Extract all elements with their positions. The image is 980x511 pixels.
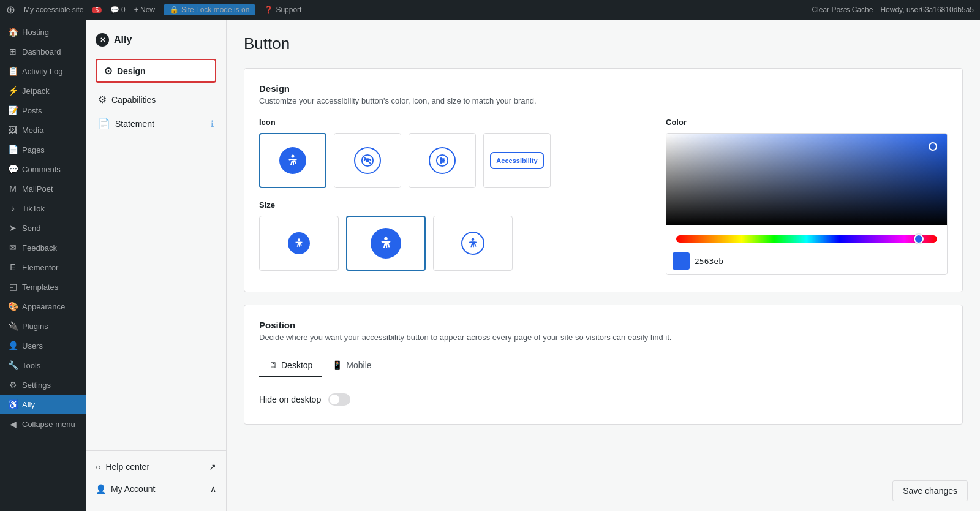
help-center-icon: ○	[96, 462, 100, 472]
svg-point-10	[298, 238, 300, 241]
color-hue-slider[interactable]	[676, 235, 937, 243]
capabilities-icon: ⚙	[98, 94, 107, 105]
icon-option-eye-cross[interactable]	[334, 133, 401, 188]
sidebar-item-hosting[interactable]: 🏠 Hosting	[0, 22, 86, 42]
jetpack-icon: ⚡	[7, 86, 18, 96]
clear-posts-cache-button[interactable]: Clear Posts Cache	[812, 6, 873, 14]
tab-desktop[interactable]: 🖥 Desktop	[259, 354, 322, 377]
svg-point-11	[384, 237, 387, 240]
sidebar-item-activity-log[interactable]: 📋 Activity Log	[0, 61, 86, 81]
support-link[interactable]: ❓ Support	[264, 6, 301, 14]
svg-point-12	[472, 238, 475, 241]
sidebar-item-jetpack[interactable]: ⚡ Jetpack	[0, 81, 86, 100]
wp-logo-icon: ⊕	[6, 3, 15, 17]
my-account-button[interactable]: 👤 My Account ∧	[86, 478, 226, 500]
sidebar-item-collapse[interactable]: ◀ Collapse menu	[0, 414, 86, 434]
ally-plugin-icon: ✕	[96, 33, 109, 47]
main-content: Button Design Customize your accessibili…	[227, 20, 980, 511]
site-lock-badge[interactable]: 🔒 Site Lock mode is on	[164, 4, 255, 15]
statement-info-icon[interactable]: ℹ	[211, 119, 214, 129]
sidebar-item-settings[interactable]: ⚙ Settings	[0, 375, 86, 395]
icon-option-accessibility[interactable]	[259, 133, 326, 188]
color-hue-knob[interactable]	[914, 234, 924, 244]
sidebar-item-comments[interactable]: 💬 Comments	[0, 159, 86, 179]
icon-option-sliders[interactable]	[409, 133, 476, 188]
users-icon: 👤	[7, 341, 18, 350]
size-option-small[interactable]	[259, 216, 339, 271]
media-icon: 🖼	[7, 125, 18, 135]
save-bar: Save changes	[880, 471, 980, 511]
size-option-medium[interactable]	[346, 216, 426, 271]
color-gradient-canvas[interactable]	[666, 134, 947, 225]
external-link-icon: ↗	[209, 462, 216, 472]
svg-point-9	[440, 161, 442, 163]
expand-icon: ∧	[210, 484, 216, 494]
color-hex-input[interactable]: 2563eb	[695, 257, 798, 266]
sub-panel-title: ✕ Ally	[86, 26, 226, 54]
pages-icon: 📄	[7, 145, 18, 154]
size-grid	[259, 216, 641, 271]
sidebar-item-users[interactable]: 👤 Users	[0, 336, 86, 355]
icon-option-text[interactable]: Accessibility	[483, 133, 551, 188]
sidebar-item-appearance[interactable]: 🎨 Appearance	[0, 297, 86, 316]
sub-panel: ✕ Ally ⊙ Design ⚙ Capabilities 📄 Stateme…	[86, 20, 227, 511]
elementor-icon: E	[7, 262, 18, 272]
sidebar-item-send[interactable]: ➤ Send	[0, 218, 86, 238]
dashboard-icon: ⊞	[7, 47, 18, 56]
hosting-icon: 🏠	[7, 27, 18, 37]
sidebar-item-posts[interactable]: 📝 Posts	[0, 100, 86, 120]
page-title: Button	[244, 34, 963, 53]
position-tabs: 🖥 Desktop 📱 Mobile	[259, 354, 948, 377]
sub-panel-item-capabilities[interactable]: ⚙ Capabilities	[86, 88, 226, 112]
save-changes-button[interactable]: Save changes	[892, 480, 968, 501]
design-icon: ⊙	[104, 65, 112, 77]
tab-mobile[interactable]: 📱 Mobile	[322, 354, 381, 377]
size-option-large[interactable]	[433, 216, 513, 271]
collapse-icon: ◀	[7, 419, 18, 429]
color-gradient-knob[interactable]	[929, 142, 937, 151]
sidebar-item-pages[interactable]: 📄 Pages	[0, 140, 86, 159]
sub-panel-item-statement[interactable]: 📄 Statement ℹ	[86, 112, 226, 135]
sidebar-item-templates[interactable]: ◱ Templates	[0, 277, 86, 297]
new-button[interactable]: + New	[134, 6, 155, 14]
sub-panel-item-design[interactable]: ⊙ Design	[96, 59, 216, 83]
sidebar-item-elementor[interactable]: E Elementor	[0, 257, 86, 277]
topbar: ⊕ My accessible site 5 💬 0 + New 🔒 Site …	[0, 0, 980, 20]
svg-point-0	[292, 155, 295, 158]
position-card-desc: Decide where you want your accessibility…	[259, 333, 948, 342]
tiktok-icon: ♪	[7, 203, 18, 213]
sidebar-item-tools[interactable]: 🔧 Tools	[0, 355, 86, 375]
sidebar-item-plugins[interactable]: 🔌 Plugins	[0, 316, 86, 336]
updates-badge[interactable]: 5	[92, 7, 102, 13]
send-icon: ➤	[7, 223, 18, 233]
lock-icon: 🔒	[170, 6, 179, 14]
hide-on-desktop-toggle[interactable]	[328, 393, 350, 406]
sidebar-item-mailpoet[interactable]: M MailPoet	[0, 179, 86, 199]
ally-icon: ♿	[7, 399, 18, 409]
sidebar-item-tiktok[interactable]: ♪ TikTok	[0, 199, 86, 218]
plugins-icon: 🔌	[7, 321, 18, 331]
activity-log-icon: 📋	[7, 66, 18, 76]
eye-cross-icon	[354, 147, 381, 174]
sidebar-item-feedback[interactable]: ✉ Feedback	[0, 238, 86, 257]
site-name[interactable]: My accessible site	[24, 6, 83, 14]
sidebar-item-dashboard[interactable]: ⊞ Dashboard	[0, 42, 86, 61]
position-card-title: Position	[259, 320, 948, 330]
hide-on-desktop-label: Hide on desktop	[259, 395, 321, 404]
design-card-title: Design	[259, 83, 948, 94]
color-picker[interactable]: 2563eb	[666, 133, 948, 275]
color-section-label: Color	[666, 118, 948, 127]
help-center-button[interactable]: ○ Help center ↗	[86, 456, 226, 478]
size-section-label: Size	[259, 200, 641, 210]
hide-on-desktop-row: Hide on desktop	[259, 390, 948, 409]
sidebar-item-ally[interactable]: ♿ Ally	[0, 395, 86, 414]
comments-icon[interactable]: 💬 0	[110, 6, 126, 14]
support-icon: ❓	[264, 6, 273, 14]
sidebar-item-media[interactable]: 🖼 Media	[0, 120, 86, 140]
mobile-icon: 📱	[332, 360, 342, 370]
color-swatch[interactable]	[673, 252, 690, 270]
icon-grid: Accessibility	[259, 133, 641, 188]
size-large-icon	[461, 232, 484, 255]
svg-point-8	[442, 160, 444, 162]
accessibility-text-icon: Accessibility	[490, 152, 543, 169]
